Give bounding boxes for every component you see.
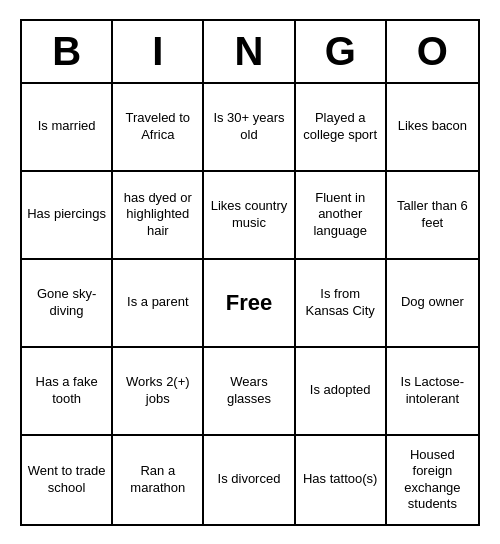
cell-13[interactable]: Is from Kansas City	[296, 260, 387, 348]
cell-5[interactable]: Has piercings	[22, 172, 113, 260]
cell-3[interactable]: Played a college sport	[296, 84, 387, 172]
bingo-card: B I N G O Is married Traveled to Africa …	[20, 19, 480, 526]
cell-21[interactable]: Ran a marathon	[113, 436, 204, 524]
header-g: G	[296, 21, 387, 82]
cell-19[interactable]: Is Lactose-intolerant	[387, 348, 478, 436]
cell-20[interactable]: Went to trade school	[22, 436, 113, 524]
header-o: O	[387, 21, 478, 82]
cell-8[interactable]: Fluent in another language	[296, 172, 387, 260]
cell-17[interactable]: Wears glasses	[204, 348, 295, 436]
cell-7[interactable]: Likes country music	[204, 172, 295, 260]
cell-23[interactable]: Has tattoo(s)	[296, 436, 387, 524]
cell-6[interactable]: has dyed or highlighted hair	[113, 172, 204, 260]
header-i: I	[113, 21, 204, 82]
cell-14[interactable]: Dog owner	[387, 260, 478, 348]
header-n: N	[204, 21, 295, 82]
cell-1[interactable]: Traveled to Africa	[113, 84, 204, 172]
header-b: B	[22, 21, 113, 82]
cell-2[interactable]: Is 30+ years old	[204, 84, 295, 172]
cell-12-free[interactable]: Free	[204, 260, 295, 348]
cell-4[interactable]: Likes bacon	[387, 84, 478, 172]
cell-24[interactable]: Housed foreign exchange students	[387, 436, 478, 524]
cell-22[interactable]: Is divorced	[204, 436, 295, 524]
cell-9[interactable]: Taller than 6 feet	[387, 172, 478, 260]
cell-18[interactable]: Is adopted	[296, 348, 387, 436]
cell-15[interactable]: Has a fake tooth	[22, 348, 113, 436]
cell-10[interactable]: Gone sky-diving	[22, 260, 113, 348]
bingo-grid: Is married Traveled to Africa Is 30+ yea…	[22, 84, 478, 524]
bingo-header: B I N G O	[22, 21, 478, 84]
cell-16[interactable]: Works 2(+) jobs	[113, 348, 204, 436]
cell-0[interactable]: Is married	[22, 84, 113, 172]
cell-11[interactable]: Is a parent	[113, 260, 204, 348]
